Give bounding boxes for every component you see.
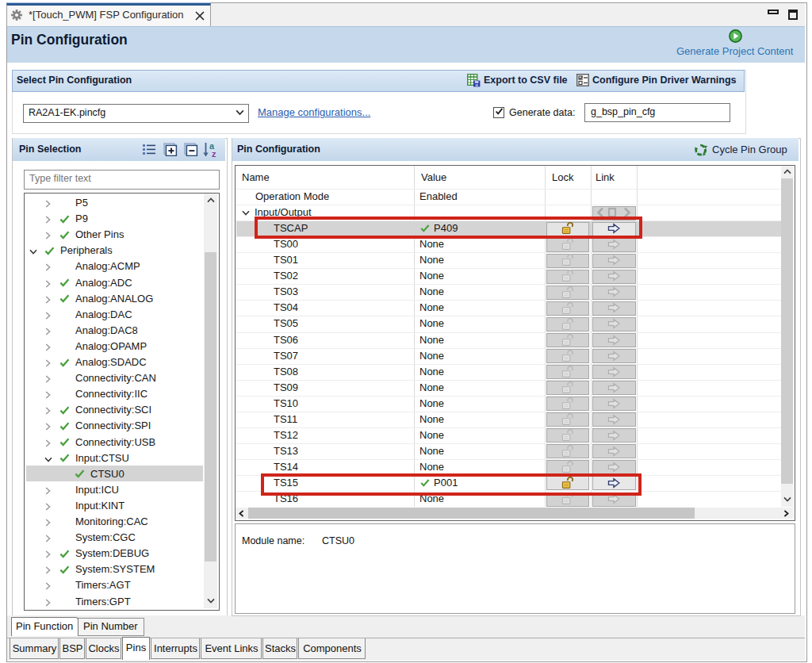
svg-text:z: z: [212, 149, 216, 158]
